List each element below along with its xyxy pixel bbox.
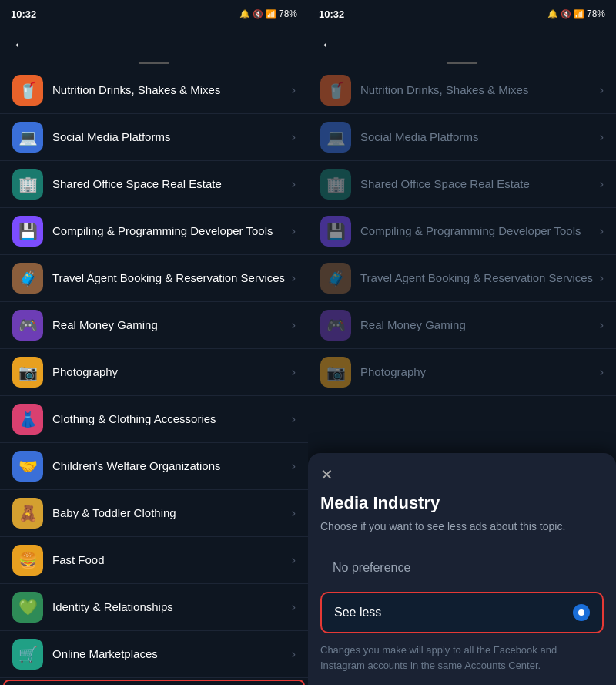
left-label-shared-office: Shared Office Space Real Estate xyxy=(52,176,286,192)
left-label-online: Online Marketplaces xyxy=(52,646,286,662)
left-label-gaming: Real Money Gaming xyxy=(52,317,286,333)
right-icon-shared-office: 🏢 xyxy=(320,169,351,200)
right-phone-panel: 10:32 🔔 🔇 📶 78% ← 🥤Nutrition Drinks, Sha… xyxy=(308,0,616,685)
left-icon-nutrition: 🥤 xyxy=(12,75,43,106)
left-back-button[interactable]: ← xyxy=(12,35,29,55)
right-label-compiling: Compiling & Programming Developer Tools xyxy=(360,223,594,239)
left-phone-panel: 10:32 🔔 🔇 📶 78% ← 🥤Nutrition Drinks, Sha… xyxy=(0,0,308,685)
see-less-label: See less xyxy=(334,606,381,620)
left-list-item-travel[interactable]: 🧳Travel Agent Booking & Reservation Serv… xyxy=(0,255,308,302)
notification-icon: 🔔 xyxy=(239,9,250,19)
left-icon-gaming: 🎮 xyxy=(12,310,43,341)
right-list-item-travel[interactable]: 🧳Travel Agent Booking & Reservation Serv… xyxy=(308,255,616,302)
radio-dot xyxy=(573,604,590,621)
right-list-item-photography[interactable]: 📷Photography› xyxy=(308,349,616,396)
right-list-item-gaming[interactable]: 🎮Real Money Gaming› xyxy=(308,302,616,349)
r-notification-icon: 🔔 xyxy=(547,9,558,19)
right-status-icons: 🔔 🔇 📶 78% xyxy=(547,8,605,19)
left-chevron-photography: › xyxy=(292,365,296,379)
left-label-nutrition: Nutrition Drinks, Shakes & Mixes xyxy=(52,82,286,98)
sheet-subtitle: Choose if you want to see less ads about… xyxy=(320,519,604,535)
left-label-social-media: Social Media Platforms xyxy=(52,129,286,145)
left-icon-social-media: 💻 xyxy=(12,122,43,153)
left-list-container[interactable]: 🥤Nutrition Drinks, Shakes & Mixes›💻Socia… xyxy=(0,67,308,685)
right-icon-photography: 📷 xyxy=(320,357,351,388)
left-icon-photography: 📷 xyxy=(12,357,43,388)
right-list-item-nutrition[interactable]: 🥤Nutrition Drinks, Shakes & Mixes› xyxy=(308,67,616,114)
left-label-fastfood: Fast Food xyxy=(52,552,286,568)
left-list-item-social-media[interactable]: 💻Social Media Platforms› xyxy=(0,114,308,161)
sheet-footer: Changes you make will apply to all the F… xyxy=(320,643,604,673)
right-list-item-shared-office[interactable]: 🏢Shared Office Space Real Estate› xyxy=(308,161,616,208)
left-chevron-identity: › xyxy=(292,600,296,614)
left-list-item-gaming[interactable]: 🎮Real Money Gaming› xyxy=(0,302,308,349)
right-icon-nutrition: 🥤 xyxy=(320,75,351,106)
left-label-childrens: Children's Welfare Organizations xyxy=(52,458,286,474)
right-label-social-media: Social Media Platforms xyxy=(360,129,594,145)
left-nav-bar: ← xyxy=(0,28,308,62)
mute-icon: 🔇 xyxy=(253,9,263,19)
left-list-item-clothing[interactable]: 👗Clothing & Clothing Accessories› xyxy=(0,396,308,443)
right-battery: 78% xyxy=(587,8,605,19)
left-icon-fastfood: 🍔 xyxy=(12,545,43,576)
option-no-preference[interactable]: No preference xyxy=(320,550,604,586)
right-icon-social-media: 💻 xyxy=(320,122,351,153)
right-chevron-photography: › xyxy=(600,365,604,379)
left-icon-baby: 🧸 xyxy=(12,498,43,529)
right-chevron-social-media: › xyxy=(600,130,604,144)
left-chevron-gaming: › xyxy=(292,318,296,332)
right-list-item-social-media[interactable]: 💻Social Media Platforms› xyxy=(308,114,616,161)
left-chevron-compiling: › xyxy=(292,224,296,238)
left-icon-shared-office: 🏢 xyxy=(12,169,43,200)
bottom-sheet: ✕ Media Industry Choose if you want to s… xyxy=(308,453,616,685)
left-chevron-childrens: › xyxy=(292,459,296,473)
left-chevron-travel: › xyxy=(292,271,296,285)
option-see-less[interactable]: See less xyxy=(320,592,604,633)
right-chevron-compiling: › xyxy=(600,224,604,238)
left-chevron-clothing: › xyxy=(292,412,296,426)
wifi-icon: 📶 xyxy=(266,9,276,19)
left-battery: 78% xyxy=(279,8,297,19)
left-list-item-childrens[interactable]: 🤝Children's Welfare Organizations› xyxy=(0,443,308,490)
left-label-baby: Baby & Toddler Clothing xyxy=(52,505,286,521)
left-list-item-baby[interactable]: 🧸Baby & Toddler Clothing› xyxy=(0,490,308,537)
left-label-clothing: Clothing & Clothing Accessories xyxy=(52,411,286,427)
right-back-button[interactable]: ← xyxy=(320,35,337,55)
left-list-item-compiling[interactable]: 💾Compiling & Programming Developer Tools… xyxy=(0,208,308,255)
left-list-item-shared-office[interactable]: 🏢Shared Office Space Real Estate› xyxy=(0,161,308,208)
right-label-shared-office: Shared Office Space Real Estate xyxy=(360,176,594,192)
left-chevron-nutrition: › xyxy=(292,83,296,97)
right-chevron-travel: › xyxy=(600,271,604,285)
left-chevron-fastfood: › xyxy=(292,553,296,567)
left-chevron-online: › xyxy=(292,647,296,661)
left-status-bar: 10:32 🔔 🔇 📶 78% xyxy=(0,0,308,28)
right-chevron-shared-office: › xyxy=(600,177,604,191)
right-scroll-indicator xyxy=(447,62,477,64)
right-icon-gaming: 🎮 xyxy=(320,310,351,341)
right-chevron-gaming: › xyxy=(600,318,604,332)
left-chevron-shared-office: › xyxy=(292,177,296,191)
r-mute-icon: 🔇 xyxy=(561,9,571,19)
left-icon-compiling: 💾 xyxy=(12,216,43,247)
left-list-item-media[interactable]: 📺Media Industry› xyxy=(3,680,305,685)
left-status-time: 10:32 xyxy=(11,8,36,20)
left-icon-identity: 💚 xyxy=(12,592,43,623)
left-list-item-photography[interactable]: 📷Photography› xyxy=(0,349,308,396)
left-label-photography: Photography xyxy=(52,364,286,380)
left-label-travel: Travel Agent Booking & Reservation Servi… xyxy=(52,270,286,286)
left-list-item-identity[interactable]: 💚Identity & Relationships› xyxy=(0,584,308,631)
right-icon-compiling: 💾 xyxy=(320,216,351,247)
left-scroll-indicator xyxy=(139,62,169,64)
left-list-item-online[interactable]: 🛒Online Marketplaces› xyxy=(0,631,308,678)
left-list-item-fastfood[interactable]: 🍔Fast Food› xyxy=(0,537,308,584)
right-label-nutrition: Nutrition Drinks, Shakes & Mixes xyxy=(360,82,594,98)
sheet-close-button[interactable]: ✕ xyxy=(320,465,604,484)
radio-dot-inner xyxy=(578,609,584,616)
left-chevron-social-media: › xyxy=(292,130,296,144)
left-icon-childrens: 🤝 xyxy=(12,451,43,482)
right-chevron-nutrition: › xyxy=(600,83,604,97)
right-list-item-compiling[interactable]: 💾Compiling & Programming Developer Tools… xyxy=(308,208,616,255)
sheet-title: Media Industry xyxy=(320,493,604,513)
left-list-item-nutrition[interactable]: 🥤Nutrition Drinks, Shakes & Mixes› xyxy=(0,67,308,114)
left-icon-online: 🛒 xyxy=(12,639,43,670)
